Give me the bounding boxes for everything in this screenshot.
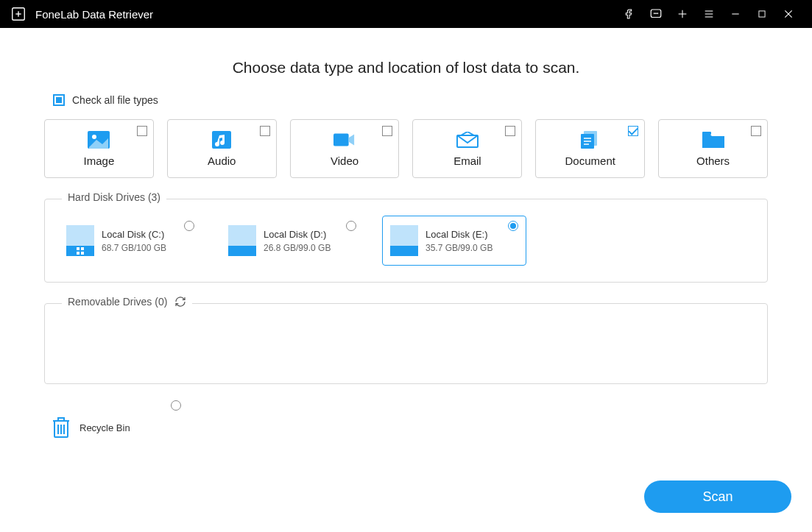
svg-rect-29 [77, 252, 80, 255]
recycle-area: Recycle Bin [44, 400, 768, 441]
type-label: Video [331, 155, 359, 167]
recycle-label: Recycle Bin [80, 422, 130, 433]
svg-rect-26 [702, 132, 711, 135]
type-card-image[interactable]: Image [44, 119, 154, 178]
type-card-audio[interactable]: Audio [167, 119, 277, 178]
video-icon [333, 131, 356, 149]
hard-disk-title: Hard Disk Drives (3) [62, 191, 166, 203]
type-label: Email [453, 155, 481, 167]
email-icon [456, 131, 479, 149]
minimize-icon[interactable] [722, 0, 749, 28]
drive-size: 35.7 GB/99.0 GB [426, 243, 493, 253]
drive-name: Local Disk (E:) [426, 229, 493, 240]
type-label: Document [565, 155, 615, 167]
svg-rect-13 [759, 11, 765, 17]
type-checkbox-audio[interactable] [260, 126, 270, 136]
type-label: Others [696, 155, 730, 167]
refresh-icon[interactable] [174, 296, 186, 308]
type-checkbox-image[interactable] [137, 126, 147, 136]
drive-icon [66, 225, 94, 256]
folder-icon [702, 131, 724, 149]
type-card-others[interactable]: Others [658, 119, 768, 178]
image-icon [88, 131, 110, 149]
drive-icon [228, 225, 256, 256]
document-icon [579, 131, 601, 149]
app-title: FoneLab Data Retriever [35, 8, 153, 21]
drive-size: 26.8 GB/99.0 GB [264, 243, 331, 253]
type-card-email[interactable]: Email [412, 119, 522, 178]
drive-card-c[interactable]: Local Disk (C:) 68.7 GB/100 GB [58, 216, 202, 266]
drives-row: Local Disk (C:) 68.7 GB/100 GB Local Dis… [58, 216, 754, 266]
app-logo-icon [10, 6, 27, 22]
removable-title: Removable Drives (0) [68, 296, 167, 308]
scan-button[interactable]: Scan [644, 480, 791, 513]
main-content: Choose data type and location of lost da… [0, 59, 812, 441]
svg-rect-18 [212, 131, 231, 149]
drive-icon [390, 225, 418, 256]
drive-name: Local Disk (C:) [102, 229, 166, 240]
recycle-radio[interactable] [171, 400, 181, 411]
svg-rect-28 [81, 247, 84, 250]
svg-rect-19 [333, 133, 349, 146]
type-checkbox-email[interactable] [505, 126, 515, 136]
svg-point-17 [92, 135, 96, 139]
drive-size: 68.7 GB/100 GB [102, 243, 166, 253]
svg-point-5 [656, 13, 657, 14]
drive-card-d[interactable]: Local Disk (D:) 26.8 GB/99.0 GB [220, 216, 364, 266]
svg-rect-30 [81, 252, 84, 255]
titlebar: FoneLab Data Retriever [0, 0, 812, 28]
check-all-checkbox[interactable] [53, 94, 65, 106]
recycle-card[interactable]: Recycle Bin [44, 400, 188, 441]
check-all-row[interactable]: Check all file types [53, 94, 768, 106]
facebook-icon[interactable] [616, 0, 643, 28]
type-checkbox-video[interactable] [382, 126, 392, 136]
maximize-icon[interactable] [749, 0, 775, 28]
check-all-label: Check all file types [72, 94, 158, 106]
feedback-icon[interactable] [643, 0, 669, 28]
close-icon[interactable] [775, 0, 802, 28]
type-label: Audio [208, 155, 236, 167]
audio-icon [211, 131, 233, 149]
page-heading: Choose data type and location of lost da… [44, 59, 768, 77]
drive-radio-c[interactable] [184, 221, 194, 231]
type-checkbox-others[interactable] [751, 126, 761, 136]
svg-point-6 [657, 13, 658, 14]
type-card-document[interactable]: Document [535, 119, 645, 178]
removable-section: Removable Drives (0) [44, 303, 768, 384]
drive-card-e[interactable]: Local Disk (E:) 35.7 GB/99.0 GB [382, 216, 526, 266]
svg-rect-33 [58, 418, 64, 421]
svg-point-4 [654, 13, 654, 14]
trash-icon [52, 416, 71, 439]
svg-rect-27 [77, 247, 80, 250]
type-label: Image [84, 155, 115, 167]
drive-name: Local Disk (D:) [264, 229, 331, 240]
drive-radio-e[interactable] [508, 221, 518, 231]
drive-radio-d[interactable] [346, 221, 356, 231]
menu-icon[interactable] [696, 0, 722, 28]
type-card-video[interactable]: Video [290, 119, 400, 178]
hard-disk-section: Hard Disk Drives (3) Local Disk (C:) 68.… [44, 199, 768, 283]
plus-icon[interactable] [669, 0, 696, 28]
file-type-row: Image Audio Video Email [44, 119, 768, 178]
type-checkbox-document[interactable] [628, 126, 638, 136]
